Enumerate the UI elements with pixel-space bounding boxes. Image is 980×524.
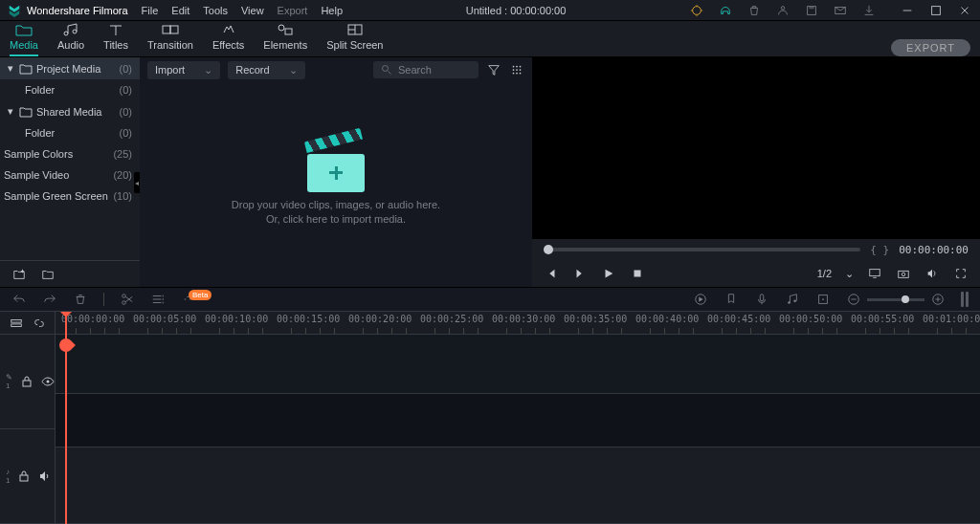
volume-icon[interactable] — [924, 266, 940, 281]
import-dropdown[interactable]: Import⌄ — [147, 61, 220, 79]
sidebar-item-0[interactable]: ▾Project Media(0) — [0, 57, 140, 79]
mute-icon[interactable] — [38, 469, 52, 484]
collapse-sidebar-handle[interactable]: ◂ — [134, 172, 140, 193]
fullscreen-icon[interactable] — [953, 266, 969, 281]
zoom-slider[interactable] — [867, 298, 924, 301]
preview-canvas[interactable] — [532, 57, 980, 239]
crop-icon[interactable] — [815, 292, 831, 307]
svg-rect-25 — [899, 271, 909, 277]
marker-braces: { } — [870, 244, 889, 256]
eye-icon[interactable] — [41, 374, 55, 389]
video-track[interactable] — [56, 335, 980, 394]
chevron-down-icon[interactable]: ⌄ — [845, 268, 854, 280]
svg-rect-11 — [285, 29, 292, 34]
redo-icon[interactable] — [42, 292, 57, 307]
step-fwd-icon[interactable] — [572, 266, 588, 281]
preview-timecode: 00:00:00:00 — [899, 244, 969, 256]
maximize-icon[interactable] — [928, 3, 944, 18]
elements-icon — [277, 22, 294, 37]
caret-down-icon: ▾ — [8, 105, 15, 118]
tab-transition[interactable]: Transition — [147, 22, 193, 56]
display-icon[interactable] — [867, 266, 882, 281]
export-button[interactable]: EXPORT — [891, 39, 970, 56]
render-preview-icon[interactable] — [693, 292, 708, 307]
tab-media[interactable]: Media — [10, 22, 38, 56]
sidebar-item-5[interactable]: Sample Video(20) — [0, 164, 140, 186]
search-input[interactable]: Search — [373, 61, 479, 78]
audio-track[interactable] — [56, 394, 980, 448]
tab-titles[interactable]: Titles — [103, 22, 128, 56]
prev-frame-icon[interactable] — [544, 266, 559, 281]
filter-icon[interactable] — [486, 62, 501, 77]
sidebar-item-6[interactable]: Sample Green Screen(10) — [0, 186, 140, 207]
zoom-out-icon[interactable] — [846, 292, 861, 307]
stop-icon[interactable] — [630, 266, 645, 281]
lock-icon[interactable] — [17, 469, 31, 484]
grid-view-icon[interactable] — [509, 62, 524, 77]
minimize-icon[interactable] — [900, 3, 915, 18]
folder-icon — [19, 106, 33, 118]
timeline-ruler[interactable]: 00:00:00:0000:00:05:0000:00:10:0000:00:1… — [56, 312, 980, 335]
play-icon[interactable] — [601, 266, 616, 281]
ruler-tick: 00:00:45:00 — [707, 314, 770, 324]
project-title: Untitled : 00:00:00:00 — [466, 5, 567, 16]
svg-point-21 — [516, 73, 518, 75]
new-folder-icon[interactable] — [40, 267, 56, 282]
svg-point-28 — [122, 301, 126, 305]
sidebar-item-2[interactable]: ▾Shared Media(0) — [0, 100, 140, 122]
zoom-control — [846, 292, 946, 307]
mail-icon[interactable] — [833, 3, 848, 18]
account-icon[interactable] — [775, 3, 791, 18]
menu-help[interactable]: Help — [321, 5, 343, 16]
marker-icon[interactable] — [724, 292, 739, 307]
voiceover-button[interactable]: Beta — [181, 292, 212, 307]
preview-scrubber[interactable] — [544, 248, 860, 251]
svg-rect-5 — [932, 6, 941, 14]
svg-rect-30 — [760, 295, 764, 301]
preview-ratio[interactable]: 1/2 — [817, 268, 832, 279]
snapshot-icon[interactable] — [896, 266, 911, 281]
record-vo-icon[interactable] — [754, 292, 769, 307]
svg-point-0 — [693, 6, 702, 14]
timeline-tracks-area[interactable]: 00:00:00:0000:00:05:0000:00:10:0000:00:1… — [56, 312, 980, 524]
lock-icon[interactable] — [20, 374, 33, 389]
tips-icon[interactable] — [689, 3, 704, 18]
save-icon[interactable] — [804, 3, 819, 18]
svg-point-14 — [513, 66, 515, 68]
tab-split-screen[interactable]: Split Screen — [326, 22, 383, 56]
download-icon[interactable] — [861, 3, 877, 18]
tool-tabs: Media Audio Titles Transition Effects El… — [0, 21, 980, 57]
record-dropdown[interactable]: Record⌄ — [228, 61, 304, 79]
zoom-fit-icon[interactable] — [961, 292, 969, 307]
svg-rect-24 — [870, 270, 880, 276]
new-folder-plus-icon[interactable] — [11, 267, 27, 282]
menu-file[interactable]: File — [142, 5, 159, 16]
chevron-down-icon: ⌄ — [289, 64, 298, 76]
app-logo: Wondershare Filmora — [8, 4, 128, 17]
transition-icon — [162, 22, 179, 37]
sidebar-item-1[interactable]: Folder(0) — [0, 79, 140, 100]
tab-elements[interactable]: Elements — [263, 22, 307, 56]
close-icon[interactable] — [957, 3, 972, 18]
sidebar-item-3[interactable]: Folder(0) — [0, 122, 140, 143]
empty-track-area[interactable] — [56, 448, 980, 524]
video-track-label: ✎ 1 — [6, 373, 12, 390]
zoom-in-icon[interactable] — [930, 292, 946, 307]
media-drop-zone[interactable]: Drop your video clips, images, or audio … — [140, 82, 532, 287]
menu-tools[interactable]: Tools — [203, 5, 228, 16]
edit-tools-icon[interactable] — [150, 292, 166, 307]
track-add-icon[interactable] — [10, 316, 23, 331]
undo-icon[interactable] — [11, 292, 27, 307]
audio-mixer-icon[interactable] — [785, 292, 800, 307]
split-icon[interactable] — [120, 292, 135, 307]
link-icon[interactable] — [33, 316, 46, 331]
delete-icon[interactable] — [73, 292, 88, 307]
sidebar-item-4[interactable]: Sample Colors(25) — [0, 143, 140, 164]
trash-icon[interactable] — [746, 3, 762, 18]
menu-view[interactable]: View — [241, 5, 264, 16]
tab-audio[interactable]: Audio — [57, 22, 84, 56]
menu-edit[interactable]: Edit — [171, 5, 189, 16]
headphones-icon[interactable] — [718, 3, 733, 18]
tab-effects[interactable]: Effects — [212, 22, 244, 56]
audio-track-label: ♪ 1 — [6, 468, 10, 485]
